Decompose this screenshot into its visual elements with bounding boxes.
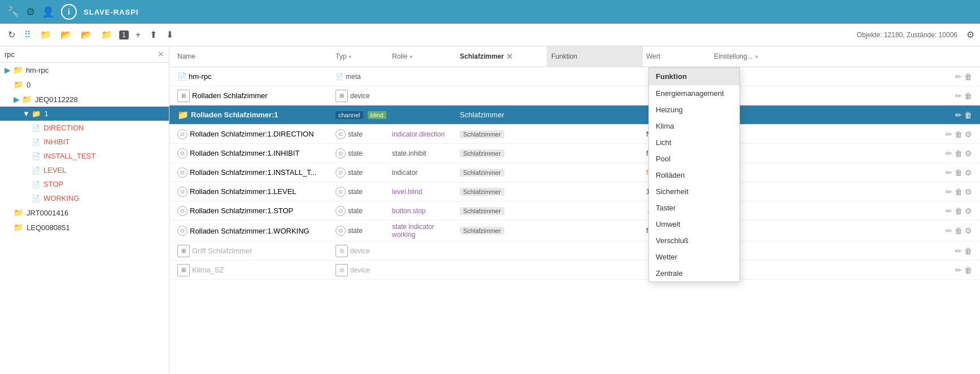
table-row[interactable]: 📄 hm-rpc 📄 meta ✏ 🗑 [169,67,980,86]
col-header-einstellung[interactable]: Einstellung... ▾ [711,48,975,65]
col-header-rolle[interactable]: Rolle ▾ [389,48,456,65]
edit-icon[interactable]: ✏ [955,266,962,275]
table-row[interactable]: O Rolladen Schlafzimmer:1.STOP O state b… [169,201,980,221]
delete-icon[interactable]: 🗑 [964,111,972,120]
delete-icon[interactable]: 🗑 [955,149,962,158]
tree-item-LEQ0080851[interactable]: 📁 LEQ0080851 [0,220,169,235]
tree-item-1[interactable]: ▼ 📁 1 [0,107,169,121]
edit-icon[interactable]: ✏ [955,247,962,256]
col-header-wert[interactable]: Wert [643,48,711,65]
plus-icon[interactable]: + [133,28,143,42]
user-icon[interactable]: 👤 [42,6,54,18]
tree-item-0[interactable]: 📁 0 [0,77,169,92]
edit-icon[interactable]: ✏ [955,91,962,100]
dropdown-item-pool[interactable]: Pool [649,151,739,167]
dropdown-item-umwelt[interactable]: Umwelt [649,216,739,232]
rolle-cell [389,268,456,272]
device-type-icon: ⊞ [336,90,348,102]
refresh-icon[interactable]: ↻ [6,27,18,42]
dropdown-item-heizung[interactable]: Heizung [649,102,739,118]
gear-icon[interactable]: ⚙ [965,168,972,177]
typ-cell: O state [332,223,389,238]
delete-icon[interactable]: 🗑 [955,226,962,235]
table-row[interactable]: O Rolladen Schlafzimmer:1.WORKING O stat… [169,221,980,241]
dropdown-item-sicherheit[interactable]: Sicherheit [649,183,739,200]
delete-icon[interactable]: 🗑 [955,206,962,215]
name-cell: ⊞ Klima_SZ [174,262,332,279]
col-header-funktion[interactable]: Funktion [547,46,643,67]
sun-icon[interactable]: ⚙ [26,6,35,18]
rolle-cell: button.stop [389,205,456,217]
dropdown-item-rolladen[interactable]: Rolläden [649,167,739,183]
folder3-icon[interactable]: 📂 [79,27,94,42]
clear-search-icon[interactable]: ✕ [158,50,164,59]
gear-icon[interactable]: ⚙ [965,149,972,158]
grid-icon[interactable]: ⠿ [22,27,33,42]
table-row[interactable]: O Rolladen Schlafzimmer:1.INHIBIT O stat… [169,144,980,163]
dropdown-item-verschluss[interactable]: Verschluß [649,232,739,249]
edit-icon[interactable]: ✏ [946,206,952,215]
tree-item-INHIBIT[interactable]: 📄 INHIBIT [0,135,169,149]
dropdown-item-energiemanagement[interactable]: Energiemanagement [649,85,739,102]
table-row[interactable]: O Rolladen Schlafzimmer:1.DIRECTION O st… [169,125,980,144]
tree-item-JRT0001416[interactable]: 📁 JRT0001416 [0,205,169,220]
delete-icon[interactable]: 🗑 [964,91,972,100]
delete-icon[interactable]: 🗑 [964,266,972,275]
edit-icon[interactable]: ✏ [946,168,952,177]
table-row[interactable]: 📁 Rolladen Schlafzimmer:1 channel blind … [169,105,980,125]
gear-icon[interactable]: ⚙ [965,226,972,235]
delete-icon[interactable]: 🗑 [955,168,962,177]
edit-icon[interactable]: ✏ [946,130,952,139]
wrench-icon[interactable]: 🔧 [7,6,19,18]
delete-icon[interactable]: 🗑 [964,72,972,81]
tree-item-INSTALL_TEST[interactable]: 📄 INSTALL_TEST [0,149,169,163]
edit-icon[interactable]: ✏ [946,149,952,158]
table-row[interactable]: ⊞ Klima_SZ ⊞ device ✏ 🗑 [169,261,980,280]
delete-icon[interactable]: 🗑 [955,187,962,196]
table-row[interactable]: O Rolladen Schlafzimmer:1.INSTALL_T... O… [169,163,980,182]
tree-item-LEVEL[interactable]: 📄 LEVEL [0,163,169,177]
tree-item-label: INSTALL_TEST [43,152,95,160]
gear-icon[interactable]: ⚙ [965,187,972,196]
settings-gear-icon[interactable]: ⚙ [966,29,974,40]
table-row[interactable]: ⊞ Griff Schlafzimmer ⊞ device ✏ 🗑 [169,241,980,261]
folder-icon[interactable]: 📁 [38,27,54,42]
col-header-schlafzimmer[interactable]: Schlafzimmer ✕ [456,47,547,65]
edit-icon[interactable]: ✏ [946,187,952,196]
dropdown-item-zentrale[interactable]: Zentrale [649,265,739,281]
badge-1-icon[interactable]: 1 [119,30,129,39]
dropdown-item-wetter[interactable]: Wetter [649,249,739,265]
dropdown-item-klima[interactable]: Klima [649,118,739,134]
folder4-icon[interactable]: 📁 [99,27,115,42]
folder2-icon[interactable]: 📂 [58,27,74,42]
upload-icon[interactable]: ⬆ [147,27,159,42]
file-icon: 📄 [32,181,40,188]
download-icon[interactable]: ⬇ [164,27,176,42]
state-icon: O [177,206,188,216]
app-logo: i [61,4,77,20]
col-header-name[interactable]: Name [174,48,332,65]
funktion-cell [547,170,643,175]
delete-icon[interactable]: 🗑 [955,130,962,139]
table-row[interactable]: O Rolladen Schlafzimmer:1.LEVEL O state … [169,182,980,201]
dropdown-item-licht[interactable]: Licht [649,134,739,151]
edit-icon[interactable]: ✏ [955,111,962,120]
gear-icon[interactable]: ⚙ [965,206,972,215]
search-bar: ✕ [0,46,169,63]
dropdown-item-taster[interactable]: Taster [649,200,739,216]
edit-icon[interactable]: ✏ [946,226,952,235]
delete-icon[interactable]: 🗑 [964,247,972,256]
gear-icon[interactable]: ⚙ [965,130,972,139]
edit-icon[interactable]: ✏ [955,72,962,81]
name-cell: O Rolladen Schlafzimmer:1.LEVEL [174,184,332,199]
tree-item-JEQ0112228[interactable]: ▶ 📁 JEQ0112228 [0,92,169,107]
search-input[interactable] [5,50,158,59]
col-header-typ[interactable]: Typ ▾ [332,48,389,65]
schlafzimmer-clear-icon[interactable]: ✕ [506,52,513,61]
tree-item-hm-rpc[interactable]: ▶ 📁 hm-rpc [0,63,169,77]
tree-item-STOP[interactable]: 📄 STOP [0,177,169,191]
folder-icon: ▶ 📁 [5,65,23,74]
table-row[interactable]: ⊞ Rolladen Schlafzimmer ⊞ device ✏ 🗑 [169,86,980,105]
tree-item-WORKING[interactable]: 📄 WORKING [0,191,169,205]
tree-item-DIRECTION[interactable]: 📄 DIRECTION [0,121,169,135]
